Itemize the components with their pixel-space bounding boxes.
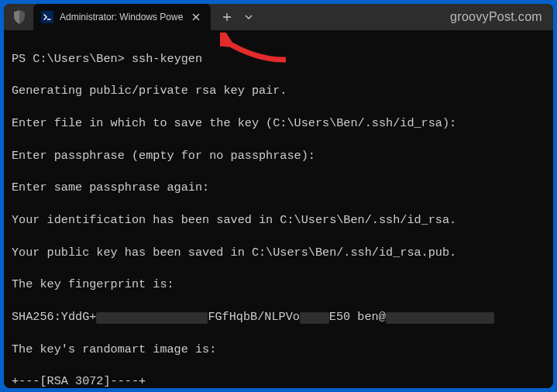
- tab-close-button[interactable]: [189, 10, 203, 24]
- terminal-window: Administrator: Windows Powe groovyPost.c…: [4, 4, 553, 388]
- output-line: Enter same passphrase again:: [12, 180, 545, 196]
- output-line: The key's randomart image is:: [12, 342, 545, 358]
- titlebar: Administrator: Windows Powe groovyPost.c…: [4, 4, 553, 30]
- output-line: Your public key has been saved in C:\Use…: [12, 245, 545, 261]
- watermark-text: groovyPost.com: [450, 10, 542, 24]
- redacted-block: [386, 312, 494, 324]
- redacted-block: [300, 312, 329, 324]
- fingerprint-line: SHA256:YddG+FGfHqbB/NLPVoE50 ben@: [12, 309, 545, 325]
- redacted-block: [96, 312, 208, 324]
- output-line: Generating public/private rsa key pair.: [12, 83, 545, 99]
- powershell-icon: [41, 11, 53, 23]
- terminal-output[interactable]: PS C:\Users\Ben> ssh-keygen Generating p…: [4, 30, 553, 388]
- terminal-tab[interactable]: Administrator: Windows Powe: [33, 4, 211, 30]
- uac-shield-icon: [13, 10, 26, 24]
- typed-command: ssh-keygen: [132, 52, 202, 66]
- output-line: Your identification has been saved in C:…: [12, 212, 545, 229]
- output-line: Enter file in which to save the key (C:\…: [12, 115, 545, 132]
- output-line: Enter passphrase (empty for no passphras…: [12, 148, 545, 164]
- output-line: The key fingerprint is:: [12, 277, 545, 293]
- tab-title: Administrator: Windows Powe: [60, 12, 183, 22]
- randomart-border: +---[RSA 3072]----+: [12, 373, 545, 388]
- new-tab-button[interactable]: [215, 5, 239, 29]
- prompt: PS C:\Users\Ben>: [12, 52, 132, 66]
- tab-dropdown-button[interactable]: [239, 5, 259, 29]
